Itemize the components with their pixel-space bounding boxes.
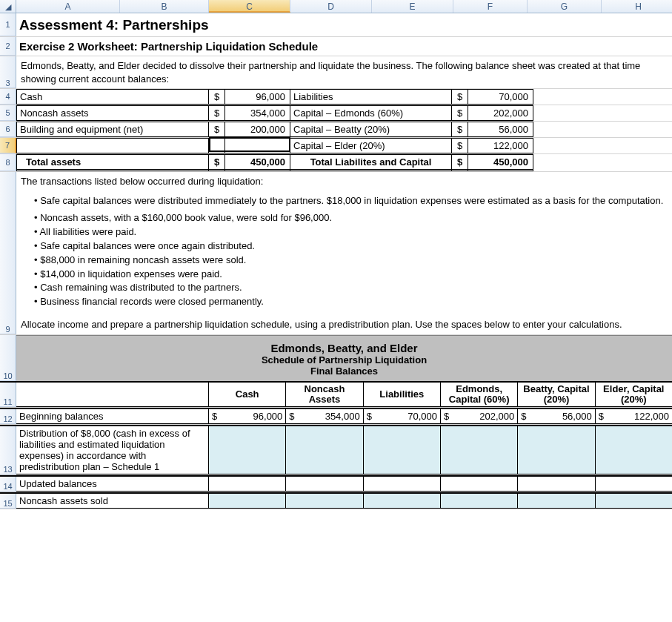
- bs-total-assets-label[interactable]: Total assets: [16, 154, 209, 171]
- schedule-cell[interactable]: [518, 494, 595, 509]
- schedule-col-beatty: Beatty, Capital (20%): [518, 383, 595, 408]
- bs-currency[interactable]: $: [209, 154, 225, 171]
- col-header-A[interactable]: A: [16, 0, 120, 13]
- schedule-cell[interactable]: [518, 426, 595, 474]
- bs-asset-label[interactable]: Noncash assets: [16, 105, 209, 121]
- bullet-item: Safe capital balances were once again di…: [34, 239, 666, 254]
- bs-currency[interactable]: $: [452, 122, 468, 137]
- schedule-cell[interactable]: [596, 426, 672, 474]
- row-header-8[interactable]: 8: [0, 154, 16, 171]
- bs-asset-value[interactable]: 96,000: [225, 89, 290, 105]
- bs-liab-label[interactable]: Liabilities: [290, 89, 452, 105]
- row-header-12[interactable]: 12: [0, 409, 16, 424]
- column-header-row: ◢ A B C D E F G H: [0, 0, 672, 13]
- bs-asset-label[interactable]: [16, 138, 209, 153]
- row-header-3[interactable]: 3: [0, 56, 16, 88]
- col-header-G[interactable]: G: [528, 0, 602, 13]
- bs-asset-label[interactable]: Building and equipment (net): [16, 122, 209, 137]
- row-header-14[interactable]: 14: [0, 477, 16, 492]
- schedule-cell[interactable]: [209, 477, 286, 492]
- row-header-7[interactable]: 7: [0, 138, 16, 153]
- bs-total-liab-value[interactable]: 450,000: [468, 154, 533, 171]
- row-header-9[interactable]: 9: [0, 172, 16, 334]
- schedule-title-3: Final Balances: [16, 365, 672, 377]
- schedule-cell[interactable]: [596, 494, 672, 509]
- schedule-cell[interactable]: [286, 477, 363, 492]
- row-header-2[interactable]: 2: [0, 37, 16, 56]
- schedule-cell[interactable]: [441, 494, 518, 509]
- page-subtitle: Exercise 2 Worksheet: Partnership Liquid…: [19, 40, 318, 53]
- schedule-col-noncash: Noncash Assets: [286, 383, 363, 408]
- row-header-11[interactable]: 11: [0, 383, 16, 408]
- col-header-F[interactable]: F: [453, 0, 528, 13]
- schedule-col-elder: Elder, Capital (20%): [596, 383, 672, 408]
- bullet-item: All liabilities were paid.: [34, 225, 666, 239]
- schedule-cell[interactable]: [209, 426, 286, 474]
- allocate-text: Allocate income and prepare a partnershi…: [16, 311, 672, 334]
- bs-asset-value[interactable]: 200,000: [225, 122, 290, 137]
- schedule-row-label[interactable]: Beginning balances: [16, 409, 209, 424]
- page-title: Assessment 4: Partnerships: [19, 17, 209, 33]
- bs-asset-label[interactable]: Cash: [16, 89, 209, 105]
- col-header-C[interactable]: C: [209, 0, 290, 13]
- bullet-item: Noncash assets, with a $160,000 book val…: [34, 211, 666, 225]
- row-header-5[interactable]: 5: [0, 105, 16, 121]
- schedule-cell[interactable]: $70,000: [364, 409, 441, 424]
- bs-currency[interactable]: $: [209, 105, 225, 121]
- row-header-4[interactable]: 4: [0, 89, 16, 105]
- schedule-cell[interactable]: [364, 426, 441, 474]
- schedule-cell[interactable]: $354,000: [286, 409, 363, 424]
- bs-currency[interactable]: $: [452, 154, 468, 171]
- col-header-E[interactable]: E: [372, 0, 453, 13]
- schedule-cell[interactable]: [364, 477, 441, 492]
- bs-asset-value[interactable]: 354,000: [225, 105, 290, 121]
- schedule-cell[interactable]: [286, 426, 363, 474]
- bs-liab-label[interactable]: Capital – Beatty (20%): [290, 122, 452, 137]
- schedule-row-label[interactable]: Noncash assets sold: [16, 494, 209, 509]
- schedule-cell[interactable]: [441, 477, 518, 492]
- bs-liab-value[interactable]: 56,000: [468, 122, 533, 137]
- row-header-10[interactable]: 10: [0, 335, 16, 381]
- schedule-col-liabilities: Liabilities: [364, 383, 441, 408]
- bs-liab-value[interactable]: 122,000: [468, 138, 533, 153]
- col-header-H[interactable]: H: [602, 0, 672, 13]
- bs-currency[interactable]: $: [452, 89, 468, 105]
- row-header-6[interactable]: 6: [0, 122, 16, 137]
- bs-currency[interactable]: $: [452, 138, 468, 153]
- bs-total-assets-value[interactable]: 450,000: [225, 154, 290, 171]
- bs-liab-label[interactable]: Capital – Elder (20%): [290, 138, 452, 153]
- bs-liab-value[interactable]: 70,000: [468, 89, 533, 105]
- schedule-title-1: Edmonds, Beatty, and Elder: [16, 342, 672, 354]
- schedule-row-label[interactable]: Distribution of $8,000 (cash in excess o…: [16, 426, 209, 474]
- schedule-cell[interactable]: [518, 477, 595, 492]
- bs-currency[interactable]: $: [452, 105, 468, 121]
- intro-text: Edmonds, Beatty, and Elder decided to di…: [16, 56, 672, 88]
- col-header-B[interactable]: B: [120, 0, 209, 13]
- col-header-D[interactable]: D: [290, 0, 372, 13]
- schedule-cell[interactable]: [209, 494, 286, 509]
- bs-currency[interactable]: $: [209, 122, 225, 137]
- schedule-cell[interactable]: $56,000: [518, 409, 595, 424]
- bullet-item: Cash remaining was distributed to the pa…: [34, 281, 666, 295]
- schedule-cell[interactable]: $96,000: [209, 409, 286, 424]
- bs-asset-value[interactable]: [225, 138, 290, 153]
- schedule-cell[interactable]: $122,000: [596, 409, 672, 424]
- bs-currency[interactable]: $: [209, 89, 225, 105]
- bullet-first: • Safe capital balances were distributed…: [34, 195, 663, 206]
- schedule-col-edmonds: Edmonds, Capital (60%): [441, 383, 518, 408]
- schedule-cell[interactable]: [364, 494, 441, 509]
- schedule-row-label[interactable]: Updated balances: [16, 477, 209, 492]
- bs-currency[interactable]: [209, 138, 225, 153]
- row-header-13[interactable]: 13: [0, 426, 16, 474]
- schedule-cell[interactable]: [596, 477, 672, 492]
- row-header-1[interactable]: 1: [0, 13, 16, 36]
- bs-liab-label[interactable]: Capital – Edmonds (60%): [290, 105, 452, 121]
- bs-total-liab-label[interactable]: Total Liabilites and Capital: [290, 154, 452, 171]
- select-all-corner[interactable]: ◢: [0, 0, 16, 13]
- schedule-cell[interactable]: [286, 494, 363, 509]
- schedule-cell[interactable]: $202,000: [441, 409, 518, 424]
- row-header-15[interactable]: 15: [0, 494, 16, 509]
- schedule-cell[interactable]: [441, 426, 518, 474]
- schedule-title-2: Schedule of Partnership Liquidation: [16, 354, 672, 365]
- bs-liab-value[interactable]: 202,000: [468, 105, 533, 121]
